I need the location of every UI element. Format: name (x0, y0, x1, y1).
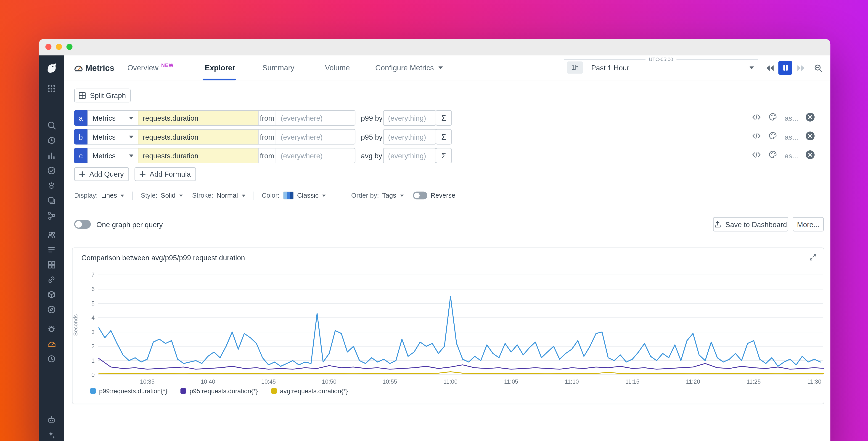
tab-explorer[interactable]: Explorer (205, 55, 235, 80)
forward-button[interactable] (795, 61, 807, 75)
search-icon[interactable] (39, 118, 64, 133)
chevron-down-icon[interactable] (242, 195, 245, 197)
code-icon[interactable] (752, 131, 761, 142)
as-label[interactable]: as... (785, 151, 798, 160)
from-scope-input[interactable]: (everywhere) (276, 129, 355, 145)
metric-input[interactable]: requests.duration (138, 110, 258, 126)
remove-query-icon[interactable] (805, 112, 815, 124)
rewind-button[interactable] (764, 61, 776, 75)
svg-text:11:15: 11:15 (625, 378, 640, 385)
legend-item[interactable]: p99:requests.duration{*} (90, 387, 167, 394)
close-window-button[interactable] (45, 43, 52, 50)
integrations-layers-icon[interactable] (39, 193, 64, 207)
svg-text:10:55: 10:55 (382, 378, 397, 385)
from-scope-input[interactable]: (everywhere) (276, 110, 355, 126)
palette-icon[interactable] (769, 150, 778, 161)
time-range-chip[interactable]: 1h (567, 61, 583, 74)
remove-query-icon[interactable] (805, 131, 815, 143)
tab-overview[interactable]: Overview NEW (127, 55, 174, 80)
code-icon[interactable] (752, 150, 761, 161)
history-icon[interactable] (39, 133, 64, 148)
infrastructure-chart-icon[interactable] (39, 148, 64, 163)
link-icon[interactable] (39, 272, 64, 287)
desktop: Metrics Overview NEW Explorer Summary Vo… (0, 0, 868, 441)
color-value-dropdown[interactable]: Classic (297, 192, 319, 200)
legend-item[interactable]: p95:requests.duration{*} (181, 387, 258, 394)
app-sidebar (39, 55, 64, 441)
one-graph-per-query-toggle[interactable] (74, 220, 91, 229)
bug-icon[interactable] (39, 321, 64, 336)
aggregator-label[interactable]: p99 by (361, 110, 383, 126)
query-row-a: a Metrics requests.duration from (everyw… (74, 110, 823, 126)
datadog-logo[interactable] (39, 60, 64, 75)
aggregator-label[interactable]: p95 by (361, 129, 383, 145)
stroke-value-dropdown[interactable]: Normal (217, 192, 238, 200)
chevron-down-icon[interactable] (322, 195, 326, 197)
scheduler-clock-icon[interactable] (39, 351, 64, 366)
users-icon[interactable] (39, 227, 64, 242)
from-scope-input[interactable]: (everywhere) (276, 148, 355, 164)
legend-item[interactable]: avg:requests.duration{*} (271, 387, 348, 394)
palette-icon[interactable] (769, 131, 778, 142)
tab-summary[interactable]: Summary (262, 55, 294, 80)
display-value-dropdown[interactable]: Lines (101, 192, 117, 200)
time-range-chevron-icon[interactable] (749, 66, 754, 69)
service-flow-icon[interactable] (39, 208, 64, 223)
sigma-button[interactable]: Σ (436, 129, 452, 145)
chevron-down-icon (438, 66, 443, 69)
metric-input[interactable]: requests.duration (138, 129, 258, 145)
tab-configure-metrics[interactable]: Configure Metrics (375, 55, 443, 80)
svg-text:1: 1 (91, 357, 95, 364)
add-formula-button[interactable]: Add Formula (134, 167, 196, 181)
dashboards-grid-icon[interactable] (39, 257, 64, 272)
palette-icon[interactable] (769, 112, 778, 123)
query-row-c: c Metrics requests.duration from (everyw… (74, 148, 823, 164)
style-value-dropdown[interactable]: Solid (161, 192, 176, 200)
order-by-value-dropdown[interactable]: Tags (382, 192, 396, 200)
as-label[interactable]: as... (785, 133, 798, 141)
as-label[interactable]: as... (785, 114, 798, 122)
code-icon[interactable] (752, 113, 761, 123)
monitors-check-icon[interactable] (39, 163, 64, 178)
data-source-select[interactable]: Metrics (88, 110, 138, 126)
svg-text:10:50: 10:50 (322, 378, 337, 385)
apps-grid-icon[interactable] (39, 84, 64, 94)
chevron-down-icon[interactable] (121, 195, 124, 197)
minimize-window-button[interactable] (56, 43, 62, 50)
svg-text:5: 5 (91, 300, 95, 307)
metrics-gauge-icon[interactable] (39, 336, 64, 351)
metric-input[interactable]: requests.duration (138, 148, 258, 164)
tab-volume[interactable]: Volume (325, 55, 350, 80)
remove-query-icon[interactable] (805, 150, 815, 161)
aggregator-label[interactable]: avg by (361, 148, 383, 164)
time-range-label[interactable]: Past 1 Hour (591, 61, 629, 74)
data-source-select[interactable]: Metrics (88, 129, 138, 145)
ai-sparkle-icon[interactable] (39, 427, 64, 441)
group-by-input[interactable]: (everything) (383, 129, 436, 145)
pause-button[interactable] (778, 61, 792, 75)
from-label: from (258, 129, 276, 145)
reverse-toggle[interactable] (413, 192, 427, 200)
data-source-select[interactable]: Metrics (88, 148, 138, 164)
group-by-input[interactable]: (everything) (383, 148, 436, 164)
save-to-dashboard-button[interactable]: Save to Dashboard (713, 217, 788, 232)
expand-chart-icon[interactable] (809, 253, 817, 264)
chevron-down-icon[interactable] (179, 195, 183, 197)
color-palette-swatch[interactable] (283, 192, 294, 200)
logs-list-icon[interactable] (39, 242, 64, 257)
watchdog-paw-icon[interactable] (39, 178, 64, 193)
workflows-robot-icon[interactable] (39, 412, 64, 427)
add-query-button[interactable]: Add Query (74, 167, 129, 181)
sigma-button[interactable]: Σ (436, 110, 452, 126)
maximize-window-button[interactable] (66, 43, 73, 50)
from-label: from (258, 110, 276, 126)
sigma-button[interactable]: Σ (436, 148, 452, 164)
containers-cube-icon[interactable] (39, 287, 64, 302)
synthetics-compass-icon[interactable] (39, 302, 64, 317)
group-by-input[interactable]: (everything) (383, 110, 436, 126)
chevron-down-icon[interactable] (400, 195, 404, 197)
more-button[interactable]: More... (793, 217, 824, 232)
zoom-out-icon[interactable] (812, 61, 825, 75)
chart-plot[interactable]: 0123456710:3510:4010:4510:5010:5511:0011… (72, 268, 824, 387)
split-graph-button[interactable]: Split Graph (74, 89, 131, 102)
